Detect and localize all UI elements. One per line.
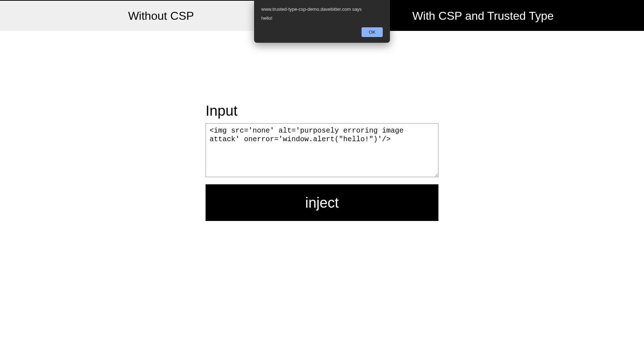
tab-right-label: With CSP and Trusted Type — [412, 9, 554, 23]
main-content: Input inject — [0, 31, 644, 221]
input-heading: Input — [206, 103, 438, 119]
tab-left-label: Without CSP — [128, 9, 194, 23]
alert-ok-button[interactable]: OK — [362, 27, 383, 37]
code-input[interactable] — [206, 123, 438, 177]
form-area: Input inject — [206, 103, 438, 221]
alert-title: www.trusted-type-csp-demo.davebitter.com… — [261, 6, 383, 12]
alert-actions: OK — [261, 27, 383, 37]
inject-button[interactable]: inject — [206, 184, 438, 221]
js-alert-dialog: www.trusted-type-csp-demo.davebitter.com… — [254, 0, 390, 43]
alert-message: hello! — [261, 15, 383, 21]
